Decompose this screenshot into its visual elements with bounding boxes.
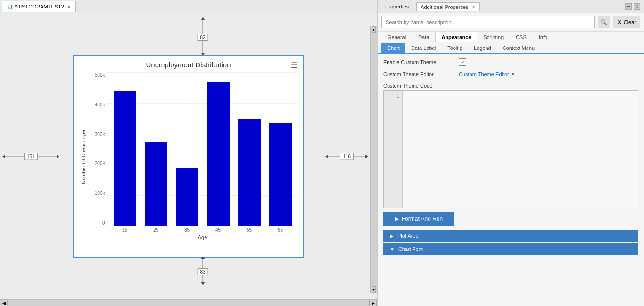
sub-tabs: Chart Data Label Tooltip Legend Context … [378, 43, 644, 54]
plot-area-chevron-icon: ▶ [390, 234, 394, 239]
tab-bar: 📊 *HISTOGRAMTEST2 ✕ [0, 0, 377, 13]
bar-wrapper-55 [234, 72, 265, 226]
search-input[interactable] [381, 16, 595, 28]
search-button[interactable]: 🔍 [598, 16, 610, 28]
clear-label: Clear [624, 19, 636, 25]
sub-tab-data-label[interactable]: Data Label [405, 43, 442, 53]
plot-area-label: Plot Area [397, 233, 419, 239]
enable-custom-theme-label: Enable Custom Theme [383, 59, 454, 65]
tab-appearance[interactable]: Appearance [435, 32, 477, 42]
code-content[interactable] [403, 91, 638, 208]
x-label-25: 25 [140, 227, 172, 233]
ruler-left: 151 [2, 153, 59, 160]
line-num-1: 1 [396, 93, 399, 100]
tab-general[interactable]: General [381, 32, 412, 42]
ruler-line-top2 [203, 41, 203, 53]
external-link-icon: ↗ [511, 72, 514, 77]
scroll-up-button[interactable]: ▲ [372, 26, 376, 33]
custom-theme-code-row: Custom Theme Code [383, 83, 638, 89]
bar-wrapper-65 [265, 72, 296, 226]
bar-35 [176, 168, 198, 226]
x-labels: 15 25 35 45 55 65 [107, 226, 298, 234]
ruler-line-bottom [203, 259, 203, 268]
vertical-scrollbar[interactable]: ▲ ▼ [370, 26, 377, 293]
panel-header: Properties Additional Properties ✕ ─ □ [378, 0, 644, 13]
sub-tab-context-menu[interactable]: Context Menu [497, 43, 540, 53]
y-tick-0: 0 [102, 220, 105, 225]
chart-title: Unemployment Distribution [79, 61, 298, 69]
additional-tab-close-icon[interactable]: ✕ [472, 5, 476, 10]
line-numbers: 1 [384, 91, 403, 208]
left-panel: 📊 *HISTOGRAMTEST2 ✕ 82 Unemployment Dist… [0, 0, 377, 306]
ruler-top-label: 82 [197, 34, 208, 41]
tab-data[interactable]: Data [412, 32, 435, 42]
enable-custom-theme-checkbox[interactable]: ✓ [459, 58, 466, 66]
window-controls: ─ □ [625, 3, 640, 10]
arrow-right-left-icon [57, 154, 59, 158]
chart-font-section-button[interactable]: ▼ Chart Font [383, 243, 638, 255]
minimize-button[interactable]: ─ [625, 3, 632, 10]
tab-icon: 📊 [7, 4, 13, 9]
ruler-line-left [5, 156, 24, 157]
scroll-right-button[interactable]: ▶ [369, 300, 377, 306]
bar-wrapper-45 [203, 72, 234, 226]
scroll-down-button[interactable]: ▼ [372, 286, 376, 293]
chart-font-chevron-icon: ▼ [390, 247, 395, 252]
tab-additional-properties[interactable]: Additional Properties ✕ [416, 2, 480, 11]
tab-close-icon[interactable]: ✕ [67, 4, 71, 9]
y-tick-200k: 200k [95, 161, 105, 166]
y-ticks: 500k 400k 300k 200k 100k 0 [88, 72, 107, 226]
x-label-35: 35 [172, 227, 203, 233]
ruler-line-bottom2 [203, 275, 203, 282]
tab-additional-label: Additional Properties [421, 4, 469, 10]
ruler-line-right2 [354, 156, 365, 157]
format-run-button[interactable]: ▶ Format And Run [383, 212, 454, 226]
y-tick-100k: 100k [95, 191, 105, 196]
tab-css[interactable]: CSS [510, 32, 533, 42]
bar-55 [238, 119, 261, 226]
y-tick-500k: 500k [95, 72, 105, 78]
y-axis-label: Number Of Unemployed [79, 72, 88, 240]
ruler-line-top [203, 20, 203, 34]
editor-tab[interactable]: 📊 *HISTOGRAMTEST2 ✕ [2, 1, 76, 12]
bar-wrapper-35 [172, 72, 203, 226]
sub-tab-legend[interactable]: Legend [468, 43, 497, 53]
arrow-down-bottom-icon [201, 282, 205, 285]
ruler-right-label: 116 [340, 153, 354, 160]
custom-theme-editor-label: Custom Theme Editor [383, 72, 454, 77]
tab-scripting[interactable]: Scripting [477, 32, 510, 42]
bar-wrapper-15 [110, 72, 141, 226]
x-label-15: 15 [109, 227, 140, 233]
clear-button[interactable]: ✕ Clear [613, 16, 640, 28]
chart-plot-area: 500k 400k 300k 200k 100k 0 [88, 72, 298, 240]
tab-info[interactable]: Info [533, 32, 553, 42]
tab-properties[interactable]: Properties [381, 2, 413, 11]
bar-wrapper-25 [140, 72, 172, 226]
ruler-right: 116 [325, 153, 368, 160]
chart-menu-icon[interactable]: ☰ [291, 61, 297, 70]
right-panel: Properties Additional Properties ✕ ─ □ 🔍… [377, 0, 644, 306]
y-tick-300k: 300k [95, 132, 105, 137]
y-ticks-and-bars: 500k 400k 300k 200k 100k 0 [88, 72, 298, 226]
scroll-left-button[interactable]: ◀ [0, 300, 8, 306]
chart-container: Unemployment Distribution ☰ Number Of Un… [73, 55, 304, 258]
custom-theme-editor-link[interactable]: Custom Theme Editor ↗ [459, 72, 514, 77]
plot-area-section-button[interactable]: ▶ Plot Area [383, 230, 638, 242]
chart-font-label: Chart Font [398, 246, 423, 252]
search-bar: 🔍 ✕ Clear [378, 13, 644, 32]
code-editor[interactable]: 1 [383, 90, 638, 208]
maximize-button[interactable]: □ [634, 3, 640, 10]
checkbox-checkmark: ✓ [461, 59, 465, 65]
horizontal-scrollbar[interactable]: ◀ ▶ [0, 299, 377, 306]
sub-tab-chart[interactable]: Chart [381, 43, 405, 53]
sub-tab-tooltip[interactable]: Tooltip [442, 43, 468, 53]
ruler-bottom: 83 [197, 256, 208, 285]
x-label-45: 45 [203, 227, 234, 233]
chart-canvas-area: 82 Unemployment Distribution ☰ Number Of… [0, 13, 377, 299]
format-run-container: ▶ Format And Run [383, 212, 638, 226]
bar-65 [269, 123, 292, 226]
theme-editor-link-text: Custom Theme Editor [459, 72, 509, 77]
format-run-label: Format And Run [402, 216, 443, 222]
y-tick-400k: 400k [95, 102, 105, 107]
tab-label: *HISTOGRAMTEST2 [15, 4, 64, 9]
